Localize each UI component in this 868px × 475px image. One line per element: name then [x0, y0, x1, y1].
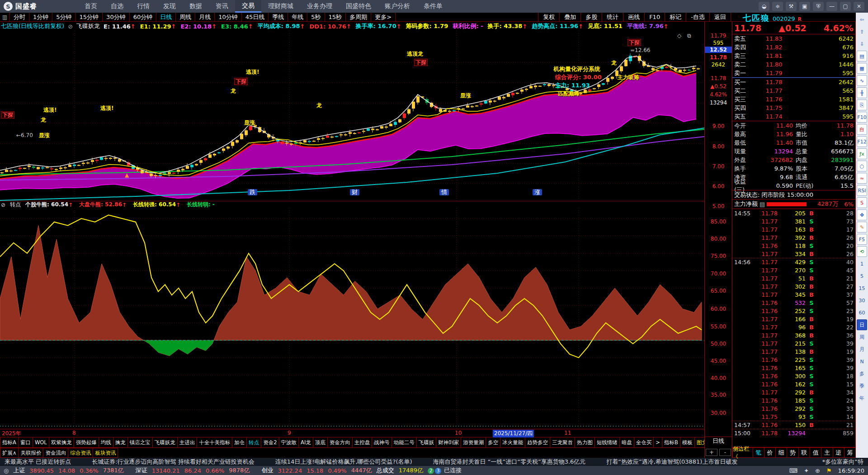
nav-item[interactable]: 发现: [156, 0, 183, 13]
indicator-tab[interactable]: 强势起爆: [74, 437, 99, 448]
window-control-icon[interactable]: ⚒: [786, 2, 797, 11]
tool-icon[interactable]: 多: [857, 368, 867, 379]
nav-item[interactable]: 业务办理: [300, 0, 339, 13]
main-candle-chart[interactable]: 下探逃顶!龙←6.70显涨逃顶!▲逃顶!下探龙显涨龙逃顶龙下探显涨机构量化评分系…: [0, 31, 704, 201]
period-tab[interactable]: 45日线: [242, 13, 269, 21]
nav-item[interactable]: 国盛特色: [339, 0, 378, 13]
indicator-tab[interactable]: 资金方向: [327, 437, 353, 448]
tool-icon[interactable]: 季: [857, 380, 867, 391]
indicator-tab[interactable]: 全仓买: [634, 437, 654, 448]
tool-icon[interactable]: ⇦: [857, 14, 867, 25]
status-icon[interactable]: ⊕: [815, 467, 820, 474]
news-item[interactable]: *多位富豪向“特: [822, 458, 863, 466]
tool-icon[interactable]: 1: [857, 258, 867, 269]
panel-tab[interactable]: 主: [821, 447, 833, 458]
indicator-tab[interactable]: 十全十美指标: [197, 437, 232, 448]
period-tab[interactable]: 10分钟: [215, 13, 242, 21]
indicator-tab[interactable]: 双紫擒龙: [49, 437, 74, 448]
nav-item[interactable]: 数据: [183, 0, 209, 13]
tool-icon[interactable]: ✥: [857, 209, 867, 220]
index-quote[interactable]: 创业 3122.24 15.18 0.49% 4447亿: [261, 466, 372, 475]
status-icon[interactable]: ⌨: [789, 467, 797, 474]
window-control-icon[interactable]: —: [826, 2, 837, 11]
period-tab[interactable]: 周线: [176, 13, 195, 21]
indicator-tab[interactable]: 趋势多空: [525, 437, 550, 448]
period-tab[interactable]: 5分钟: [52, 13, 75, 21]
indicator-tab[interactable]: 短线情绪: [594, 437, 620, 448]
indicator-tab[interactable]: 动能二号: [392, 437, 417, 448]
period-tab[interactable]: 30分钟: [103, 13, 130, 21]
indicator-tab[interactable]: 冰火量能: [500, 437, 525, 448]
nav-item[interactable]: 交易: [235, 0, 261, 13]
period-tab[interactable]: 月线: [195, 13, 215, 21]
period-tab[interactable]: 日线: [156, 13, 176, 21]
indicator-tab[interactable]: 暗盘: [619, 437, 634, 448]
oscillator-chart[interactable]: [0, 208, 704, 429]
period-tab[interactable]: 15秒: [325, 13, 346, 21]
tool-icon[interactable]: ✎: [857, 222, 867, 233]
indicator-tab[interactable]: 顶底: [313, 437, 328, 448]
nav-item[interactable]: 条件单: [417, 0, 449, 13]
period-tab[interactable]: 分时: [10, 13, 29, 21]
info-tab[interactable]: 综合资讯: [68, 448, 93, 458]
tool-icon[interactable]: S: [857, 197, 867, 208]
order-book-row[interactable]: 买二 11.77 565: [732, 86, 855, 95]
indicator-tab[interactable]: 图文F10: [694, 437, 704, 448]
period-tab[interactable]: 1分钟: [29, 13, 52, 21]
info-tab[interactable]: 板块资讯: [93, 448, 118, 458]
window-control-icon[interactable]: ▣: [799, 2, 810, 11]
order-book-row[interactable]: 卖四 11.82 676: [732, 43, 855, 52]
order-book-row[interactable]: 买五 11.74 595: [732, 112, 855, 121]
window-control-icon[interactable]: ≑: [772, 2, 783, 11]
order-book-row[interactable]: 卖一 11.79 595: [732, 69, 855, 77]
news-item[interactable]: 打着“热效应”遇冷,希迪智驾(03881)上市首日破发: [606, 458, 737, 466]
tool-icon[interactable]: ⇧: [857, 26, 867, 37]
indicator-tab[interactable]: 主进出: [177, 437, 198, 448]
info-tab[interactable]: 扩展∧: [0, 448, 19, 458]
indicator-tab[interactable]: 均线: [99, 437, 113, 448]
tool-icon[interactable]: 5: [857, 271, 867, 281]
panel-tab[interactable]: 笔: [753, 447, 764, 458]
indicator-gear-icon[interactable]: ⊘: [1, 202, 5, 208]
order-book-row[interactable]: 卖三 11.81 916: [732, 52, 855, 60]
nav-item[interactable]: 行情: [130, 0, 156, 13]
status-menu-icon[interactable]: ◎: [4, 467, 9, 474]
period-tab[interactable]: 年线: [288, 13, 307, 21]
order-book-row[interactable]: 买一 11.78 2642: [732, 78, 855, 86]
chart-action-button[interactable]: 返回: [709, 13, 731, 21]
zoom-in-button[interactable]: +: [706, 449, 717, 456]
tool-icon[interactable]: ⟲: [857, 246, 867, 257]
nav-item[interactable]: 自选: [104, 0, 130, 13]
news-item[interactable]: 来最高水平 已接近转折点: [5, 458, 71, 466]
indicator-tab[interactable]: 飞碟妖龙: [152, 437, 178, 448]
nav-item[interactable]: 首页: [78, 0, 104, 13]
indicator-tab[interactable]: 指标B: [662, 437, 680, 448]
indicator-tab[interactable]: 战神号: [372, 437, 392, 448]
tool-icon[interactable]: ≈: [857, 173, 867, 184]
indicator-tab[interactable]: 飞碟妖: [416, 437, 437, 448]
tool-icon[interactable]: 30: [857, 295, 867, 306]
news-item[interactable]: 海南自贸港封关首日 “一线”进口“零关税”享惠货物3.6亿元: [433, 458, 586, 466]
tool-icon[interactable]: F5: [857, 234, 867, 245]
chart-action-button[interactable]: 叠加: [559, 13, 580, 21]
period-tab[interactable]: 多周期: [346, 13, 371, 21]
chart-action-button[interactable]: 标记: [665, 13, 686, 21]
indicator-tab[interactable]: 主控盘: [352, 437, 373, 448]
period-tab[interactable]: 60分钟: [130, 13, 157, 21]
info-tab[interactable]: 关联报价: [18, 448, 43, 458]
indicator-tab[interactable]: 游资量潮: [461, 437, 486, 448]
tool-icon[interactable]: 周: [857, 332, 867, 342]
tool-icon[interactable]: 60: [857, 307, 867, 318]
indicator-tab[interactable]: 加仓: [232, 437, 247, 448]
tool-icon[interactable]: F12: [857, 136, 867, 147]
indicator-tab[interactable]: 三龙聚首: [550, 437, 575, 448]
index-quote[interactable]: 上证 3890.45 14.08 0.36% 7381亿: [13, 466, 123, 475]
period-tab[interactable]: 更多>: [371, 13, 396, 21]
panel-tab[interactable]: 值: [810, 447, 821, 458]
info-tab[interactable]: 资金流向: [43, 448, 68, 458]
status-icon[interactable]: ✦: [804, 467, 809, 474]
chart-action-button[interactable]: -自选: [686, 13, 709, 21]
tool-icon[interactable]: 自: [857, 124, 867, 135]
nav-item[interactable]: 理财商城: [261, 0, 300, 13]
indicator-tab[interactable]: AI龙: [298, 437, 313, 448]
